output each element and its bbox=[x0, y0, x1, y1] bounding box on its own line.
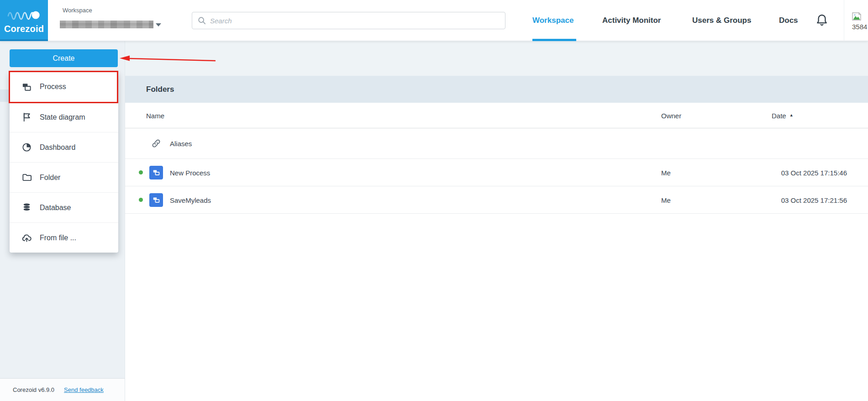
pie-chart-icon bbox=[21, 142, 32, 153]
column-header-name: Name bbox=[146, 103, 164, 128]
table-row-aliases[interactable]: Aliases bbox=[125, 128, 868, 159]
app-version: Corezoid v6.9.0 bbox=[13, 386, 54, 393]
row-name: New Process bbox=[170, 169, 210, 176]
tab-workspace[interactable]: Workspace bbox=[532, 0, 573, 41]
row-date: 03 Oct 2025 17:15:46 bbox=[749, 169, 847, 176]
status-active-dot bbox=[139, 170, 143, 174]
create-dropdown-menu: Process State diagram Dashboard bbox=[10, 72, 118, 253]
flag-icon bbox=[21, 112, 32, 123]
column-header-date-label: Date bbox=[772, 112, 786, 120]
sidebar-footer: Corezoid v6.9.0 Send feedback bbox=[0, 378, 125, 401]
folders-panel-header: Folders bbox=[125, 76, 868, 103]
panel-title: Folders bbox=[146, 85, 174, 94]
row-owner: Me bbox=[661, 196, 671, 204]
search-box[interactable] bbox=[192, 12, 505, 29]
sidebar-selected-row-sliver bbox=[0, 90, 10, 102]
menu-item-label: Database bbox=[40, 204, 71, 212]
row-name: Aliases bbox=[170, 140, 192, 148]
avatar-alt-text: 3584 bbox=[852, 23, 867, 31]
tab-activity-monitor[interactable]: Activity Monitor bbox=[602, 0, 661, 41]
database-icon bbox=[21, 202, 32, 213]
avatar[interactable]: 3584 bbox=[850, 11, 868, 35]
wave-logo-icon bbox=[6, 7, 42, 23]
folder-icon bbox=[21, 172, 32, 183]
workspace-label: Workspace bbox=[63, 7, 92, 14]
link-icon bbox=[151, 138, 162, 151]
workspace-caret-down-icon[interactable] bbox=[156, 23, 161, 26]
process-icon bbox=[21, 81, 32, 92]
folders-table: Name Owner Date ▲ Aliases bbox=[125, 103, 868, 401]
active-tab-underline bbox=[532, 39, 576, 41]
search-input[interactable] bbox=[210, 17, 505, 25]
menu-item-label: Process bbox=[40, 83, 66, 91]
menu-item-label: From file ... bbox=[40, 234, 76, 242]
row-owner: Me bbox=[661, 169, 671, 176]
menu-item-dashboard[interactable]: Dashboard bbox=[10, 132, 118, 162]
table-row-new-process[interactable]: New Process Me 03 Oct 2025 17:15:46 bbox=[125, 159, 868, 186]
menu-item-state-diagram[interactable]: State diagram bbox=[10, 102, 118, 132]
notifications-bell-button[interactable] bbox=[815, 13, 828, 30]
corezoid-logo[interactable]: Corezoid bbox=[0, 0, 48, 41]
cloud-upload-icon bbox=[21, 232, 32, 243]
process-badge-icon bbox=[149, 193, 163, 207]
corezoid-app: Corezoid Workspace Workspace Activity Mo… bbox=[0, 0, 868, 401]
search-icon bbox=[198, 16, 206, 25]
top-bar: Corezoid Workspace Workspace Activity Mo… bbox=[0, 0, 868, 41]
broken-image-icon bbox=[851, 11, 863, 22]
send-feedback-link[interactable]: Send feedback bbox=[64, 386, 104, 393]
bell-icon bbox=[815, 13, 828, 28]
logo-text: Corezoid bbox=[4, 24, 44, 34]
menu-item-label: Folder bbox=[40, 174, 60, 182]
row-name: SaveMyleads bbox=[170, 196, 211, 204]
column-header-date[interactable]: Date ▲ bbox=[772, 103, 794, 128]
sort-asc-icon: ▲ bbox=[789, 113, 794, 117]
menu-item-from-file[interactable]: From file ... bbox=[10, 222, 118, 253]
column-header-owner: Owner bbox=[661, 103, 681, 128]
table-row-savemyleads[interactable]: SaveMyleads Me 03 Oct 2025 17:21:56 bbox=[125, 186, 868, 214]
menu-item-folder[interactable]: Folder bbox=[10, 162, 118, 192]
process-badge-icon bbox=[149, 166, 163, 179]
menu-item-database[interactable]: Database bbox=[10, 192, 118, 222]
tab-users-groups[interactable]: Users & Groups bbox=[692, 0, 751, 41]
create-button[interactable]: Create bbox=[10, 49, 118, 67]
tab-docs[interactable]: Docs bbox=[779, 0, 798, 41]
menu-item-label: State diagram bbox=[40, 113, 85, 121]
menu-item-process[interactable]: Process bbox=[10, 72, 118, 102]
main-top-band bbox=[125, 41, 868, 76]
table-header-row: Name Owner Date ▲ bbox=[125, 103, 868, 128]
status-active-dot bbox=[139, 198, 143, 202]
topbar-divider bbox=[844, 0, 844, 41]
workspace-name-redacted[interactable] bbox=[60, 21, 153, 28]
menu-item-label: Dashboard bbox=[40, 143, 75, 152]
row-date: 03 Oct 2025 17:21:56 bbox=[749, 196, 847, 204]
